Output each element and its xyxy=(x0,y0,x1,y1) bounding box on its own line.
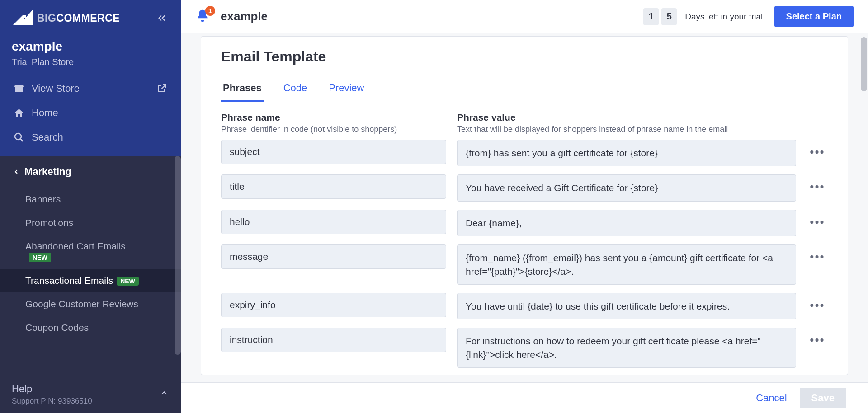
phrase-value-input[interactable]: You have until {date} to use this gift c… xyxy=(457,293,796,319)
sidebar-scrollbar[interactable] xyxy=(175,156,181,355)
tab-code[interactable]: Code xyxy=(282,76,309,102)
phrase-name-input[interactable]: title xyxy=(221,174,446,199)
sidebar-subitem[interactable]: Promotions xyxy=(25,211,181,235)
tab-phrases[interactable]: Phrases xyxy=(221,76,264,102)
sidebar-subitem[interactable]: Google Customer Reviews xyxy=(25,292,181,316)
phrase-row: instructionFor instructions on how to re… xyxy=(221,328,828,368)
store-name: example xyxy=(12,39,169,54)
brand-logo[interactable]: BIGCOMMERCE xyxy=(12,10,120,26)
col-phrase-name-header: Phrase name xyxy=(221,112,446,123)
row-actions-button[interactable]: ••• xyxy=(807,293,828,312)
trial-day-digit: 1 xyxy=(643,8,659,25)
sidebar-item-home[interactable]: Home xyxy=(12,101,169,125)
home-icon xyxy=(14,108,24,118)
phrase-name-input[interactable]: message xyxy=(221,244,446,269)
phrase-value-input[interactable]: Dear {name}, xyxy=(457,210,796,236)
notification-badge: 1 xyxy=(205,6,215,16)
chevron-left-icon xyxy=(13,168,20,175)
page-breadcrumb-title: example xyxy=(221,9,268,23)
phrase-name-input[interactable]: subject xyxy=(221,140,446,164)
sidebar-subitem[interactable]: Transactional EmailsNEW xyxy=(0,269,181,292)
sidebar-item-search[interactable]: Search xyxy=(12,125,169,150)
chevron-up-icon xyxy=(159,388,169,401)
sidebar-section-header[interactable]: Marketing xyxy=(0,156,181,188)
collapse-sidebar-button[interactable] xyxy=(155,11,169,25)
sidebar-help[interactable]: Help Support PIN: 93936510 xyxy=(0,376,181,413)
phrase-value-input[interactable]: {from} has sent you a gift certificate f… xyxy=(457,140,796,166)
phrase-row: subject{from} has sent you a gift certif… xyxy=(221,140,828,166)
panel-title: Email Template xyxy=(221,48,828,65)
email-template-panel: Email Template Phrases Code Preview Phra… xyxy=(201,36,848,375)
content-scrollbar[interactable] xyxy=(861,37,867,91)
sidebar: BIGCOMMERCE example Trial Plan Store Vie… xyxy=(0,0,181,413)
col-phrase-value-header: Phrase value xyxy=(457,112,828,123)
tablist: Phrases Code Preview xyxy=(221,76,828,102)
search-icon xyxy=(14,132,24,143)
row-actions-button[interactable]: ••• xyxy=(807,244,828,264)
sidebar-subitem[interactable]: Banners xyxy=(25,188,181,211)
content-wrap: Email Template Phrases Code Preview Phra… xyxy=(181,33,868,413)
row-actions-button[interactable]: ••• xyxy=(807,140,828,159)
phrase-name-input[interactable]: instruction xyxy=(221,328,446,352)
svg-point-0 xyxy=(15,133,21,140)
row-actions-button[interactable]: ••• xyxy=(807,328,828,347)
phrase-name-input[interactable]: hello xyxy=(221,210,446,234)
tab-preview[interactable]: Preview xyxy=(327,76,366,102)
sidebar-section: Marketing BannersPromotionsAbandoned Car… xyxy=(0,156,181,413)
phrase-row: helloDear {name},••• xyxy=(221,210,828,236)
store-plan-label: Trial Plan Store xyxy=(12,57,169,67)
select-plan-button[interactable]: Select a Plan xyxy=(774,6,854,27)
sidebar-item-view-store[interactable]: View Store xyxy=(12,76,169,101)
phrase-row: titleYou have received a Gift Certificat… xyxy=(221,174,828,201)
trial-days-indicator: 1 5 Days left in your trial. xyxy=(643,8,765,25)
row-actions-button[interactable]: ••• xyxy=(807,174,828,194)
brand-mark-icon xyxy=(12,10,33,26)
row-actions-button[interactable]: ••• xyxy=(807,210,828,229)
external-link-icon xyxy=(156,83,167,94)
phrase-name-input[interactable]: expiry_info xyxy=(221,293,446,317)
phrase-row: expiry_infoYou have until {date} to use … xyxy=(221,293,828,319)
chevron-double-left-icon xyxy=(157,13,167,23)
new-badge: NEW xyxy=(29,253,51,262)
sidebar-subitem[interactable]: Coupon Codes xyxy=(25,316,181,339)
phrase-value-input[interactable]: You have received a Gift Certificate for… xyxy=(457,174,796,201)
sidebar-subitem[interactable]: Abandoned Cart EmailsNEW xyxy=(25,235,181,269)
col-phrase-value-hint: Text that will be displayed for shoppers… xyxy=(457,125,828,134)
cancel-button[interactable]: Cancel xyxy=(756,392,787,404)
panel-footer: Cancel Save xyxy=(181,382,868,413)
notifications-button[interactable]: 1 xyxy=(195,9,212,25)
topbar: 1 example 1 5 Days left in your trial. S… xyxy=(181,0,868,33)
main-area: 1 example 1 5 Days left in your trial. S… xyxy=(181,0,868,413)
new-badge: NEW xyxy=(117,277,139,286)
trial-day-digit: 5 xyxy=(661,8,677,25)
sidebar-top: BIGCOMMERCE example Trial Plan Store Vie… xyxy=(0,0,181,156)
phrase-value-input[interactable]: For instructions on how to redeem your g… xyxy=(457,328,796,368)
phrase-value-input[interactable]: {from_name} ({from_email}) has sent you … xyxy=(457,244,796,285)
save-button[interactable]: Save xyxy=(800,388,846,408)
phrase-row: message{from_name} ({from_email}) has se… xyxy=(221,244,828,285)
col-phrase-name-hint: Phrase identifier in code (not visible t… xyxy=(221,125,446,134)
storefront-icon xyxy=(14,83,24,94)
